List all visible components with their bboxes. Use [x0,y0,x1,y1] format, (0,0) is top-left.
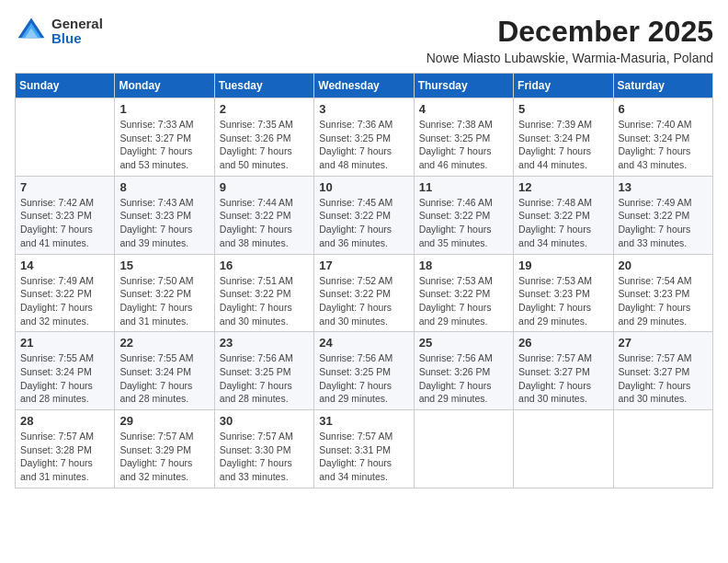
calendar-cell [613,410,712,488]
day-number: 5 [518,102,608,116]
day-info: Sunrise: 7:56 AM Sunset: 3:26 PM Dayligh… [419,351,508,406]
calendar-cell: 8Sunrise: 7:43 AM Sunset: 3:23 PM Daylig… [115,176,214,254]
calendar-cell [514,410,613,488]
day-info: Sunrise: 7:53 AM Sunset: 3:23 PM Dayligh… [518,274,608,328]
page-header: General Blue December 2025 Nowe Miasto L… [15,15,713,65]
day-info: Sunrise: 7:48 AM Sunset: 3:22 PM Dayligh… [518,196,608,250]
day-info: Sunrise: 7:57 AM Sunset: 3:31 PM Dayligh… [319,430,408,484]
day-info: Sunrise: 7:35 AM Sunset: 3:26 PM Dayligh… [220,118,309,172]
logo-text: General Blue [51,17,103,47]
calendar-cell: 22Sunrise: 7:55 AM Sunset: 3:24 PM Dayli… [115,332,214,410]
day-number: 21 [20,336,109,350]
calendar-header-row: SundayMondayTuesdayWednesdayThursdayFrid… [16,74,713,98]
calendar-cell: 7Sunrise: 7:42 AM Sunset: 3:23 PM Daylig… [16,176,115,254]
day-info: Sunrise: 7:42 AM Sunset: 3:23 PM Dayligh… [20,196,109,250]
calendar-cell: 17Sunrise: 7:52 AM Sunset: 3:22 PM Dayli… [314,254,414,332]
calendar-cell: 18Sunrise: 7:53 AM Sunset: 3:22 PM Dayli… [414,254,513,332]
day-info: Sunrise: 7:57 AM Sunset: 3:27 PM Dayligh… [518,351,608,406]
calendar-table: SundayMondayTuesdayWednesdayThursdayFrid… [15,73,713,488]
calendar-cell: 20Sunrise: 7:54 AM Sunset: 3:23 PM Dayli… [613,254,712,332]
day-info: Sunrise: 7:55 AM Sunset: 3:24 PM Dayligh… [20,351,109,406]
calendar-cell: 9Sunrise: 7:44 AM Sunset: 3:22 PM Daylig… [214,176,313,254]
day-info: Sunrise: 7:57 AM Sunset: 3:27 PM Dayligh… [619,351,708,406]
calendar-week-row: 28Sunrise: 7:57 AM Sunset: 3:28 PM Dayli… [16,410,713,488]
weekday-header-tuesday: Tuesday [214,74,313,98]
calendar-cell: 31Sunrise: 7:57 AM Sunset: 3:31 PM Dayli… [314,410,414,488]
day-info: Sunrise: 7:49 AM Sunset: 3:22 PM Dayligh… [20,274,109,328]
day-number: 14 [20,259,109,272]
weekday-header-sunday: Sunday [16,74,115,98]
day-info: Sunrise: 7:53 AM Sunset: 3:22 PM Dayligh… [419,274,508,328]
calendar-cell: 30Sunrise: 7:57 AM Sunset: 3:30 PM Dayli… [214,410,313,488]
weekday-header-thursday: Thursday [414,74,513,98]
calendar-week-row: 14Sunrise: 7:49 AM Sunset: 3:22 PM Dayli… [16,254,713,332]
day-info: Sunrise: 7:44 AM Sunset: 3:22 PM Dayligh… [220,196,309,250]
day-number: 16 [220,259,309,272]
calendar-cell: 11Sunrise: 7:46 AM Sunset: 3:22 PM Dayli… [414,176,513,254]
calendar-cell: 6Sunrise: 7:40 AM Sunset: 3:24 PM Daylig… [613,98,712,177]
day-number: 24 [319,336,408,350]
calendar-week-row: 7Sunrise: 7:42 AM Sunset: 3:23 PM Daylig… [16,176,713,254]
day-number: 4 [419,102,508,116]
day-info: Sunrise: 7:39 AM Sunset: 3:24 PM Dayligh… [518,118,608,172]
day-number: 23 [220,336,309,350]
day-number: 30 [220,414,309,428]
calendar-cell: 13Sunrise: 7:49 AM Sunset: 3:22 PM Dayli… [613,176,712,254]
calendar-cell: 3Sunrise: 7:36 AM Sunset: 3:25 PM Daylig… [314,98,414,177]
day-info: Sunrise: 7:51 AM Sunset: 3:22 PM Dayligh… [220,274,309,328]
calendar-cell: 5Sunrise: 7:39 AM Sunset: 3:24 PM Daylig… [514,98,613,177]
day-number: 31 [319,414,408,428]
logo: General Blue [15,15,103,48]
location-title: Nowe Miasto Lubawskie, Warmia-Masuria, P… [427,51,713,65]
day-info: Sunrise: 7:50 AM Sunset: 3:22 PM Dayligh… [119,274,209,328]
day-number: 29 [119,414,209,428]
calendar-cell: 15Sunrise: 7:50 AM Sunset: 3:22 PM Dayli… [115,254,214,332]
calendar-cell: 26Sunrise: 7:57 AM Sunset: 3:27 PM Dayli… [514,332,613,410]
day-number: 10 [319,180,408,194]
day-info: Sunrise: 7:57 AM Sunset: 3:30 PM Dayligh… [220,430,309,484]
logo-general-text: General [51,17,103,32]
day-number: 8 [119,180,209,194]
day-number: 15 [119,259,209,272]
day-info: Sunrise: 7:36 AM Sunset: 3:25 PM Dayligh… [319,118,408,172]
day-number: 7 [20,180,109,194]
day-info: Sunrise: 7:45 AM Sunset: 3:22 PM Dayligh… [319,196,408,250]
day-number: 20 [619,259,708,272]
day-number: 1 [119,102,209,116]
calendar-cell: 4Sunrise: 7:38 AM Sunset: 3:25 PM Daylig… [414,98,513,177]
month-title: December 2025 [427,15,713,49]
day-number: 27 [619,336,708,350]
day-number: 3 [319,102,408,116]
weekday-header-monday: Monday [115,74,214,98]
day-info: Sunrise: 7:55 AM Sunset: 3:24 PM Dayligh… [119,351,209,406]
calendar-cell: 10Sunrise: 7:45 AM Sunset: 3:22 PM Dayli… [314,176,414,254]
day-number: 26 [518,336,608,350]
day-number: 22 [119,336,209,350]
weekday-header-friday: Friday [514,74,613,98]
day-number: 2 [220,102,309,116]
day-number: 12 [518,180,608,194]
day-number: 19 [518,259,608,272]
calendar-cell: 29Sunrise: 7:57 AM Sunset: 3:29 PM Dayli… [115,410,214,488]
day-info: Sunrise: 7:57 AM Sunset: 3:29 PM Dayligh… [119,430,209,484]
weekday-header-saturday: Saturday [613,74,712,98]
calendar-cell: 19Sunrise: 7:53 AM Sunset: 3:23 PM Dayli… [514,254,613,332]
logo-blue-text: Blue [51,31,103,47]
day-info: Sunrise: 7:40 AM Sunset: 3:24 PM Dayligh… [619,118,708,172]
day-info: Sunrise: 7:56 AM Sunset: 3:25 PM Dayligh… [220,351,309,406]
calendar-week-row: 1Sunrise: 7:33 AM Sunset: 3:27 PM Daylig… [16,98,713,177]
day-info: Sunrise: 7:33 AM Sunset: 3:27 PM Dayligh… [119,118,209,172]
calendar-cell [16,98,115,177]
calendar-cell: 28Sunrise: 7:57 AM Sunset: 3:28 PM Dayli… [16,410,115,488]
calendar-cell: 21Sunrise: 7:55 AM Sunset: 3:24 PM Dayli… [16,332,115,410]
day-info: Sunrise: 7:38 AM Sunset: 3:25 PM Dayligh… [419,118,508,172]
day-info: Sunrise: 7:46 AM Sunset: 3:22 PM Dayligh… [419,196,508,250]
calendar-cell: 25Sunrise: 7:56 AM Sunset: 3:26 PM Dayli… [414,332,513,410]
calendar-cell: 1Sunrise: 7:33 AM Sunset: 3:27 PM Daylig… [115,98,214,177]
day-number: 18 [419,259,508,272]
weekday-header-wednesday: Wednesday [314,74,414,98]
calendar-cell: 14Sunrise: 7:49 AM Sunset: 3:22 PM Dayli… [16,254,115,332]
day-number: 13 [619,180,708,194]
day-info: Sunrise: 7:52 AM Sunset: 3:22 PM Dayligh… [319,274,408,328]
day-number: 6 [619,102,708,116]
